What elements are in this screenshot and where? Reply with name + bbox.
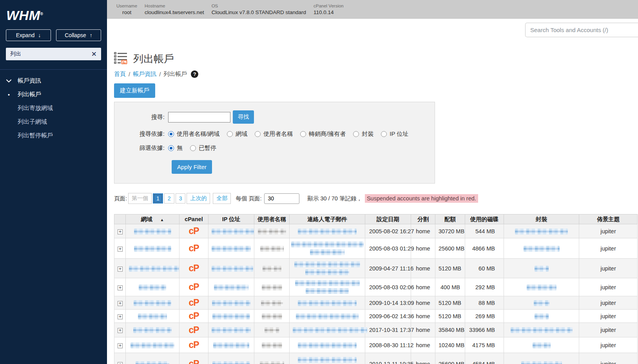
- expand-row-icon[interactable]: +: [118, 314, 123, 319]
- package-redacted[interactable]: [527, 285, 556, 290]
- cpanel-logo-icon[interactable]: cP: [188, 311, 199, 321]
- table-header-row: 網域▲ cPanel IP 位址 使用者名稱 連絡人電子郵件 設定日期 分割 配…: [114, 214, 638, 224]
- email-redacted[interactable]: [298, 229, 357, 234]
- header-setup-date[interactable]: 設定日期: [365, 214, 411, 224]
- domain-redacted[interactable]: [138, 314, 167, 319]
- domain-redacted[interactable]: [129, 266, 179, 272]
- email-redacted[interactable]: [298, 300, 357, 306]
- expand-row-icon[interactable]: +: [118, 301, 123, 306]
- email-redacted[interactable]: [293, 356, 362, 364]
- table-row: + cP 2017-10-31 17:37 home 35840 MB 3396…: [114, 323, 638, 337]
- package-redacted[interactable]: [524, 246, 560, 252]
- email-redacted[interactable]: [293, 327, 367, 333]
- username-redacted: [260, 246, 284, 252]
- create-new-account-button[interactable]: 建立新帳戶: [114, 83, 155, 98]
- radio-selected-icon: [168, 131, 174, 137]
- apply-filter-button[interactable]: Apply Filter: [172, 160, 212, 174]
- cpanel-logo-icon[interactable]: cP: [188, 243, 199, 253]
- email-redacted[interactable]: [293, 279, 362, 295]
- filter-by-option-none[interactable]: 無: [168, 144, 183, 152]
- header-ip[interactable]: IP 位址: [208, 214, 254, 224]
- email-redacted[interactable]: [298, 342, 357, 348]
- cpanel-logo-icon[interactable]: cP: [188, 325, 199, 335]
- search-by-option-ip[interactable]: IP 位址: [381, 130, 408, 138]
- domain-redacted[interactable]: [130, 342, 174, 348]
- clear-search-icon[interactable]: ✕: [91, 51, 97, 58]
- sidebar-item-list-accounts[interactable]: ● 列出帳戶: [0, 88, 107, 101]
- package-redacted[interactable]: [511, 327, 573, 333]
- header-username[interactable]: 使用者名稱: [254, 214, 290, 224]
- domain-redacted[interactable]: [134, 229, 171, 234]
- header-disk-used[interactable]: 使用的磁碟: [465, 214, 504, 224]
- pagination-page-2[interactable]: 2: [164, 193, 174, 204]
- cpanel-logo-icon[interactable]: cP: [188, 282, 199, 292]
- breadcrumb-account-info-link[interactable]: 帳戶資訊: [133, 70, 156, 78]
- package-redacted[interactable]: [521, 361, 562, 364]
- package-redacted[interactable]: [535, 314, 549, 319]
- header-email[interactable]: 連絡人電子郵件: [290, 214, 365, 224]
- sidebar-item-list-subdomains[interactable]: 列出子網域: [0, 115, 107, 129]
- expand-row-icon[interactable]: +: [118, 267, 123, 272]
- pagination-last-button[interactable]: 上次的: [187, 193, 210, 204]
- search-by-option-package[interactable]: 封裝: [353, 130, 373, 138]
- header-package[interactable]: 封裝: [504, 214, 579, 224]
- email-redacted[interactable]: [293, 260, 362, 276]
- domain-redacted[interactable]: [134, 246, 171, 252]
- cpanel-logo-icon[interactable]: cP: [188, 297, 199, 308]
- search-by-option-domain[interactable]: 網域: [227, 130, 247, 138]
- tools-search-input[interactable]: [525, 23, 638, 37]
- records-count-text: 顯示 30 / 70 筆記錄，: [307, 195, 362, 202]
- breadcrumb-home-link[interactable]: 首頁: [114, 70, 126, 78]
- expand-row-icon[interactable]: +: [118, 328, 123, 333]
- sidebar-nav: 帳戶資訊 ● 列出帳戶 列出寄放網域 列出子網域 列出暫停帳戶: [0, 70, 107, 142]
- sidebar-item-list-suspended-accounts[interactable]: 列出暫停帳戶: [0, 129, 107, 142]
- ip-redacted: [212, 361, 250, 364]
- expand-row-icon[interactable]: +: [118, 362, 123, 364]
- domain-redacted[interactable]: [136, 361, 169, 364]
- nav-group-account-information[interactable]: 帳戶資訊: [0, 74, 107, 88]
- expand-row-icon[interactable]: +: [118, 285, 123, 290]
- header-quota[interactable]: 配額: [435, 214, 465, 224]
- package-redacted[interactable]: [533, 342, 551, 348]
- email-redacted[interactable]: [293, 240, 362, 256]
- email-redacted[interactable]: [296, 314, 359, 319]
- package-redacted[interactable]: [515, 229, 568, 234]
- page-content: 列出帳戶 首頁 / 帳戶資訊 / 列出帳戶 ? 建立新帳戶 搜尋: 尋找 搜尋依…: [107, 42, 638, 364]
- collapse-all-button[interactable]: Collapse↑: [56, 29, 101, 41]
- find-button[interactable]: 尋找: [233, 110, 254, 124]
- domain-redacted[interactable]: [133, 327, 172, 333]
- expand-all-button[interactable]: Expand↓: [6, 29, 51, 41]
- domain-redacted[interactable]: [139, 285, 166, 290]
- cpanel-logo-icon[interactable]: cP: [188, 263, 199, 273]
- pagination-page-1-current[interactable]: 1: [153, 193, 163, 204]
- pagination-bar: 頁面: 第一個 1 2 3 上次的 全部 每個 頁面: 顯示 30 / 70 筆…: [114, 193, 638, 204]
- header-theme[interactable]: 佈景主題: [579, 214, 638, 224]
- package-redacted[interactable]: [534, 300, 549, 306]
- cpanel-logo-icon[interactable]: cP: [188, 359, 199, 364]
- help-icon[interactable]: ?: [191, 70, 198, 78]
- username-redacted: [262, 285, 282, 290]
- cpanel-logo-icon[interactable]: cP: [188, 226, 199, 236]
- table-row: + cP 2010-12-11 10:35 home 25600 MB 4584…: [114, 353, 638, 364]
- sidebar-search-input[interactable]: [10, 51, 91, 57]
- account-search-input[interactable]: [168, 112, 230, 123]
- expand-row-icon[interactable]: +: [118, 247, 123, 252]
- cpanel-logo-icon[interactable]: cP: [188, 340, 199, 350]
- header-partition[interactable]: 分割: [411, 214, 435, 224]
- expand-row-icon[interactable]: +: [118, 343, 123, 348]
- expand-row-icon[interactable]: +: [118, 229, 123, 234]
- accounts-table: 網域▲ cPanel IP 位址 使用者名稱 連絡人電子郵件 設定日期 分割 配…: [114, 214, 638, 364]
- sidebar-item-list-parked-domains[interactable]: 列出寄放網域: [0, 101, 107, 115]
- search-by-option-username-domain[interactable]: 使用者名稱/網域: [168, 130, 219, 138]
- header-cpanel[interactable]: cPanel: [179, 214, 208, 224]
- header-domain[interactable]: 網域▲: [126, 214, 179, 224]
- pagination-all-button[interactable]: 全部: [213, 193, 231, 204]
- search-by-option-username[interactable]: 使用者名稱: [255, 130, 293, 138]
- search-by-option-reseller-owner[interactable]: 轉銷商/擁有者: [300, 130, 346, 138]
- package-redacted[interactable]: [535, 266, 549, 272]
- pagination-page-3[interactable]: 3: [176, 193, 186, 204]
- filter-by-option-suspended[interactable]: 已暫停: [190, 144, 216, 152]
- domain-redacted[interactable]: [134, 300, 171, 306]
- per-page-input[interactable]: [264, 193, 299, 204]
- main-area: Username root Hostname cloudlinux4.twser…: [107, 0, 638, 364]
